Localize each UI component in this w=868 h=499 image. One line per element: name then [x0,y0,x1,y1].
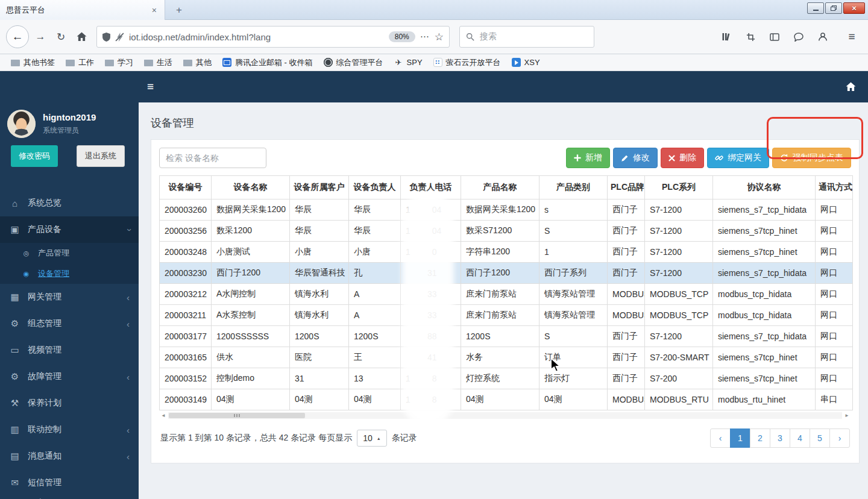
table-row[interactable]: 200003212 A水闸控制 镇海水利 A 33 庶来门前泵站 镇海泵站管理 … [160,284,853,305]
table-row[interactable]: 200003230 西门子1200 华辰智通科技 孔 31 西门子1200 西门… [160,263,853,284]
scrollbar-thumb[interactable] [169,413,305,418]
sidebar-menu-item[interactable]: ⚙ 组态管理 ‹ [0,310,139,337]
sidebar-menu-item[interactable]: ⌂ 系统总览 [0,190,139,216]
new-tab-button[interactable]: + [171,3,187,17]
edit-button[interactable]: 修改 [613,148,658,168]
scroll-left-icon[interactable]: ◄ [159,413,168,418]
pocket-button[interactable] [790,28,808,46]
column-header[interactable]: 负责人电话 [401,176,461,199]
scrollbar-track[interactable] [168,412,842,419]
bookmark-item[interactable]: 其他 [178,56,216,69]
window-minimize-button[interactable] [807,2,824,14]
next-page-button[interactable]: › [829,428,850,448]
reload-button[interactable]: ↻ [52,28,70,46]
table-row[interactable]: 200003211 A水泵控制 镇海水利 A 33 庶来门前泵站 镇海泵站管理 … [160,305,853,326]
table-row[interactable]: 200003177 1200SSSSSS 1200S 1200S 88 1200… [160,326,853,347]
page-number-button[interactable]: 5 [810,428,830,448]
main-content: 设备管理 新增 修改 删除 [139,102,868,499]
browser-tab[interactable]: 思普云平台 × [0,0,165,20]
column-header[interactable]: 产品名称 [461,176,539,199]
cell-comm: 网口 [816,263,853,284]
sidebar-menu-item[interactable]: ◎ 产品管理 [0,243,139,263]
sidebar-menu-item[interactable]: ▭ 视频管理 [0,337,139,363]
cell-customer: 1200S [290,326,349,347]
address-bar[interactable]: iot.idosp.net/admin/index.html?lang 80% … [96,26,450,48]
bookmark-item[interactable]: 其他书签 [6,56,60,69]
sidebar-toggle-icon[interactable]: ≡ [147,71,154,102]
forward-button[interactable]: → [31,28,49,46]
page-number-button[interactable]: 4 [790,428,810,448]
horizontal-scrollbar[interactable]: ◄ ► [159,411,851,420]
column-header[interactable]: 设备所属客户 [290,176,349,199]
add-button[interactable]: 新增 [566,148,610,168]
screenshot-button[interactable] [741,28,760,46]
page-actions-icon[interactable]: ⋯ [420,31,430,42]
cell-device-id: 200003212 [160,284,212,305]
browser-search-field[interactable]: 搜索 [459,26,594,48]
page-number-button[interactable]: 3 [770,428,790,448]
library-button[interactable] [717,28,735,46]
logout-button[interactable]: 退出系统 [77,145,125,167]
table-row[interactable]: 200003165 供水 医院 王 41 水务 订单 西门子 S7-200-SM… [160,347,853,368]
sidebars-button[interactable] [766,28,784,46]
cell-phone: 41 [401,347,461,368]
delete-button[interactable]: 删除 [661,148,704,168]
column-header[interactable]: 设备负责人 [349,176,401,199]
sidebar-menu-item[interactable]: ⚒ 保养计划 [0,390,139,416]
column-header[interactable]: PLC品牌 [608,176,645,199]
bookmark-item[interactable]: 综合管理平台 [319,56,388,69]
device-search-input[interactable] [159,148,266,168]
bind-gateway-button[interactable]: 绑定网关 [707,148,769,168]
window-restore-button[interactable] [825,2,842,14]
window-close-button[interactable]: × [843,2,865,14]
table-row[interactable]: 200003152 控制demo 31 13 18 灯控系统 指示灯 西门子 S… [160,368,853,389]
table-row[interactable]: 200003256 数采1200 华辰 华辰 104 数采S71200 S 西门… [160,221,853,242]
zoom-indicator[interactable]: 80% [389,31,415,42]
scroll-right-icon[interactable]: ► [843,413,851,418]
sidebar-menu-item[interactable]: ⚙ 故障管理 ‹ [0,363,139,390]
bookmark-item[interactable]: 学习 [100,56,138,69]
back-button[interactable]: ← [6,25,29,48]
app-home-button[interactable] [846,71,856,102]
menu-item-icon: ◎ [22,250,31,257]
sidebar-menu-item[interactable]: ✉ 短信管理 [0,469,139,496]
column-header[interactable]: 产品类别 [539,176,608,199]
sidebar-menu-item[interactable]: ▤ 消息通知 ‹ [0,443,139,469]
column-header[interactable]: 设备名称 [212,176,290,199]
app-menu-button[interactable]: ≡ [843,28,861,46]
bookmark-star-icon[interactable]: ☆ [435,31,444,43]
force-sync-button[interactable]: 强制同步点表 [772,148,851,168]
account-button[interactable] [814,28,832,46]
column-header[interactable]: 设备编号 [160,176,212,199]
bookmark-item[interactable]: XSY [507,56,545,69]
page-number-button[interactable]: 1 [730,428,750,448]
sidebar-menu-item[interactable]: ▣ 产品设备 ‹ [0,216,139,243]
bookmark-item[interactable]: 萤石云开放平台 [429,56,506,69]
page-size-select[interactable]: 10 ▲ [357,430,387,447]
bookmark-item[interactable]: 工作 [61,56,99,69]
table-row[interactable]: 200003248 小唐测试 小唐 小唐 10 字符串1200 1 西门子 S7… [160,242,853,263]
menu-item-icon: ⚙ [9,318,20,329]
sidebar-menu-item[interactable]: ▥ 联动控制 ‹ [0,416,139,443]
prev-page-button[interactable]: ‹ [710,428,731,448]
screen: 思普云平台 × + × ← → ↻ iot.idosp.net/admin/in… [0,0,868,499]
sidebar-menu-item[interactable]: ▤ 日志管理 [0,496,139,499]
cell-category: S [539,326,608,347]
tab-close-icon[interactable]: × [150,5,159,15]
blocked-content-icon [115,33,124,42]
bookmark-item[interactable]: 腾讯企业邮箱 - 收件箱 [218,56,318,69]
avatar[interactable] [7,110,36,138]
sidebar-menu-item[interactable]: ▦ 网关管理 ‹ [0,284,139,310]
column-header[interactable]: 协议名称 [713,176,816,199]
column-header[interactable]: 通讯方式 [816,176,853,199]
bookmark-favicon [105,60,114,66]
bookmark-item[interactable]: 生活 [139,56,177,69]
column-header[interactable]: PLC系列 [645,176,713,199]
browser-home-button[interactable] [72,28,90,46]
sidebar-menu-item[interactable]: ◉ 设备管理 [0,263,139,284]
page-number-button[interactable]: 2 [750,428,770,448]
table-row[interactable]: 200003149 04测 04测 04测 18 04测 04测 MODBUS … [160,389,853,410]
bookmark-item[interactable]: SPY [389,56,427,69]
table-row[interactable]: 200003260 数据网关采集1200 华辰 华辰 104 数据网关采集120… [160,199,853,221]
change-password-button[interactable]: 修改密码 [11,145,58,167]
